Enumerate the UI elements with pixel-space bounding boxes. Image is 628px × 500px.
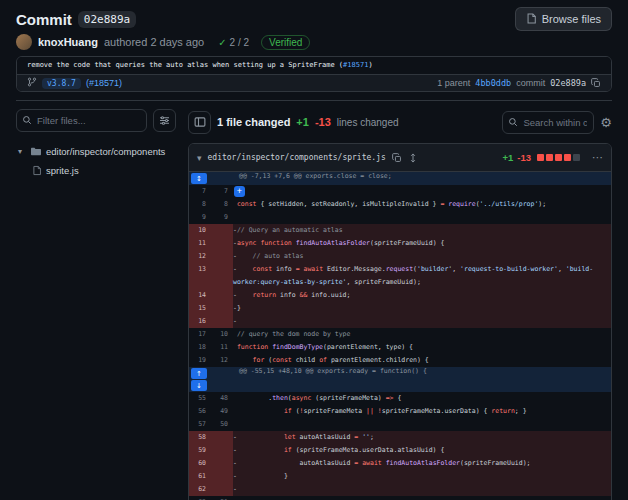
old-line-number[interactable]: 12 [189, 250, 211, 263]
old-line-number[interactable]: 17 [189, 328, 211, 341]
new-line-number[interactable]: 11 [211, 341, 233, 354]
code-line: const { setHidden, setReadonly, isMultip… [233, 198, 611, 211]
filter-input-wrap [16, 109, 147, 132]
diff-context-row: 99 [189, 211, 611, 224]
new-line-number[interactable] [211, 431, 233, 444]
code-line [233, 496, 611, 500]
old-line-number[interactable]: 60 [189, 457, 211, 470]
old-line-number[interactable]: 9 [189, 211, 211, 224]
deletions-stat: -13 [315, 116, 331, 128]
diff-deletion-row: 15-} [189, 302, 611, 315]
file-deletions: -13 [517, 152, 531, 163]
code-line: .then(async (spriteFrameMeta) => { [233, 392, 611, 405]
old-line-number[interactable]: 10 [189, 224, 211, 237]
old-line-number[interactable]: 19 [189, 354, 211, 367]
new-line-number[interactable] [211, 302, 233, 315]
branch-name[interactable]: v3.8.7 [42, 78, 81, 89]
old-line-number[interactable]: 62 [189, 483, 211, 496]
expand-up-button[interactable]: ↑ [191, 368, 207, 379]
expand-both-button[interactable]: ↕ [191, 173, 207, 184]
new-line-number[interactable]: 50 [211, 418, 233, 431]
new-line-number[interactable] [211, 457, 233, 470]
commit-message-box: remove the code that queries the auto at… [16, 56, 612, 92]
new-line-number[interactable]: 49 [211, 405, 233, 418]
diff-context-row: 77+ [189, 185, 611, 198]
filter-row [16, 109, 176, 132]
diff-file-path[interactable]: editor/inspector/components/sprite.js [208, 153, 386, 162]
code-line [233, 418, 611, 431]
diff-deletion-row: 61- } [189, 470, 611, 483]
new-line-number[interactable] [211, 315, 233, 328]
tree-folder-row[interactable]: ▾ editor/inspector/components [16, 142, 176, 161]
new-line-number[interactable] [211, 250, 233, 263]
add-comment-button[interactable]: + [234, 186, 245, 197]
expand-down-button[interactable]: ↓ [191, 380, 207, 391]
tree-folder-label: editor/inspector/components [46, 146, 165, 157]
new-line-number[interactable] [211, 444, 233, 457]
issue-link[interactable]: #18571 [343, 61, 368, 69]
old-line-number[interactable]: 57 [189, 418, 211, 431]
tree-file-row[interactable]: sprite.js [16, 161, 176, 180]
diff-content-section: ▾ editor/inspector/components sprite.js … [0, 101, 628, 500]
file-tree-toggle-button[interactable] [188, 111, 211, 134]
verified-badge[interactable]: Verified [261, 35, 310, 50]
checks-count: 2 / 2 [230, 37, 249, 48]
diffstat-blocks [535, 154, 580, 161]
new-line-number[interactable]: 51 [211, 496, 233, 500]
old-line-number[interactable]: 61 [189, 470, 211, 483]
code-line: -} [233, 302, 611, 315]
new-line-number[interactable]: 10 [211, 328, 233, 341]
old-line-number[interactable]: 58 [189, 431, 211, 444]
old-line-number[interactable]: 18 [189, 341, 211, 354]
hunk-header-text: @@ -55,15 +48,10 @@ exports.ready = func… [233, 367, 611, 392]
checks-status[interactable]: ✓ 2 / 2 [218, 37, 249, 48]
old-line-number[interactable]: 8 [189, 198, 211, 211]
old-line-number[interactable]: 56 [189, 405, 211, 418]
new-line-number[interactable] [211, 263, 233, 289]
old-line-number[interactable]: 59 [189, 444, 211, 457]
commit-sha-chip: 02e889a [78, 11, 136, 28]
avatar[interactable] [16, 34, 32, 50]
copy-path-icon[interactable] [392, 153, 402, 163]
diff-deletion-row: 14- return info && info.uuid; [189, 289, 611, 302]
filter-files-input[interactable] [16, 109, 147, 132]
new-line-number[interactable]: 9 [211, 211, 233, 224]
collapse-file-chevron-icon[interactable]: ▾ [197, 153, 202, 163]
branch-issue-link[interactable]: (#18571) [86, 78, 122, 88]
kebab-menu-icon[interactable]: ⋯ [592, 151, 603, 164]
old-line-number[interactable]: 7 [189, 185, 211, 198]
diff-settings-button[interactable]: ⚙ [600, 115, 612, 130]
new-line-number[interactable]: 12 [211, 354, 233, 367]
old-line-number[interactable]: 63 [189, 496, 211, 500]
code-line: if (!spriteFrameMeta || !spriteFrameMeta… [233, 405, 611, 418]
new-line-number[interactable]: 48 [211, 392, 233, 405]
diffstat: +1 -13 [502, 152, 580, 163]
new-line-number[interactable] [211, 470, 233, 483]
diff-hunk-row: ↕@@ -7,13 +7,6 @@ exports.close = close; [189, 172, 611, 185]
old-line-number[interactable]: 11 [189, 237, 211, 250]
code-line: - } [233, 470, 611, 483]
new-line-number[interactable] [211, 289, 233, 302]
old-line-number[interactable]: 55 [189, 392, 211, 405]
new-line-number[interactable] [211, 483, 233, 496]
expand-diff-icon[interactable] [408, 153, 418, 163]
new-line-number[interactable]: 7 [211, 185, 233, 198]
file-tree: ▾ editor/inspector/components sprite.js [16, 142, 176, 180]
copy-sha-icon[interactable] [591, 78, 601, 88]
new-line-number[interactable] [211, 224, 233, 237]
new-line-number[interactable] [211, 237, 233, 250]
old-line-number[interactable]: 16 [189, 315, 211, 328]
code-line: // query the dom node by type [233, 328, 611, 341]
browse-files-button[interactable]: Browse files [515, 7, 612, 31]
author-name[interactable]: knoxHuang [38, 36, 98, 48]
new-line-number[interactable]: 8 [211, 198, 233, 211]
filter-options-button[interactable] [153, 109, 176, 132]
parent-sha-link[interactable]: 4bb0ddb [475, 78, 511, 88]
hunk-header-text: @@ -7,13 +7,6 @@ exports.close = close; [233, 172, 611, 185]
chevron-down-icon: ▾ [18, 147, 26, 156]
old-line-number[interactable]: 14 [189, 289, 211, 302]
diffstat-block [555, 154, 562, 161]
old-line-number[interactable]: 13 [189, 263, 211, 289]
old-line-number[interactable]: 15 [189, 302, 211, 315]
commit-message-end: ) [368, 61, 372, 69]
